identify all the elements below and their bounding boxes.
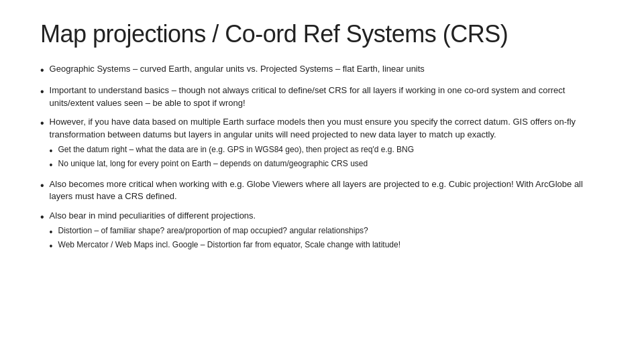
bullet-dot-2: • xyxy=(40,85,44,99)
sub-bullet-dot-5-2: • xyxy=(50,240,53,252)
sub-bullet-dot-3-2: • xyxy=(50,159,53,171)
bullet-text-2: Important to understand basics – though … xyxy=(50,84,604,110)
bullet-item-2: • Important to understand basics – thoug… xyxy=(40,84,604,110)
bullet-dot-4: • xyxy=(40,179,44,193)
slide-title: Map projections / Co-ord Ref Systems (CR… xyxy=(40,20,604,48)
bullet-text-1-span: Geographic Systems – curved Earth, angul… xyxy=(50,64,425,74)
bullet-item-5: • Also bear in mind peculiarities of dif… xyxy=(40,210,604,252)
sub-bullets-5: • Distortion – of familiar shape? area/p… xyxy=(50,225,604,252)
sub-bullet-text-5-2: Web Mercator / Web Maps incl. Google – D… xyxy=(58,239,400,251)
sub-bullet-dot-3-1: • xyxy=(50,145,53,157)
sub-bullet-item-3-1: • Get the datum right – what the data ar… xyxy=(50,144,604,157)
sub-bullet-text-5-1: Distortion – of familiar shape? area/pro… xyxy=(58,225,368,237)
sub-bullet-text-3-1: Get the datum right – what the data are … xyxy=(58,144,415,156)
slide: Map projections / Co-ord Ref Systems (CR… xyxy=(0,0,644,362)
content-area: • Geographic Systems – curved Earth, ang… xyxy=(40,63,604,252)
sub-bullet-item-5-2: • Web Mercator / Web Maps incl. Google –… xyxy=(50,239,604,252)
bullet-text-5-span: Also bear in mind peculiarities of diffe… xyxy=(50,210,256,221)
bullet-text-5: Also bear in mind peculiarities of diffe… xyxy=(50,210,604,252)
bullet-dot-1: • xyxy=(40,64,44,78)
bullet-dot-3: • xyxy=(40,117,44,131)
sub-bullets-3: • Get the datum right – what the data ar… xyxy=(50,144,604,171)
bullet-text-3: However, if you have data based on multi… xyxy=(50,116,604,171)
sub-bullet-item-5-1: • Distortion – of familiar shape? area/p… xyxy=(50,225,604,238)
sub-bullet-item-3-2: • No unique lat, long for every point on… xyxy=(50,158,604,171)
bullet-text-4: Also becomes more critical when working … xyxy=(50,178,604,204)
sub-bullet-text-3-2: No unique lat, long for every point on E… xyxy=(58,158,368,170)
bullet-item-4: • Also becomes more critical when workin… xyxy=(40,178,604,204)
bullet-item-1: • Geographic Systems – curved Earth, ang… xyxy=(40,63,604,78)
bullet-item-3: • However, if you have data based on mul… xyxy=(40,116,604,171)
bullet-dot-5: • xyxy=(40,210,44,225)
sub-bullet-dot-5-1: • xyxy=(50,226,53,238)
bullet-text-1: Geographic Systems – curved Earth, angul… xyxy=(50,63,604,76)
bullet-text-3-span: However, if you have data based on multi… xyxy=(50,117,576,139)
